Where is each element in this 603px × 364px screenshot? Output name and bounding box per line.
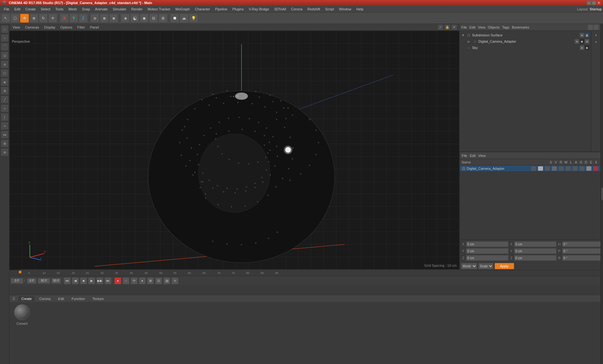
menu-file[interactable]: File <box>1 7 12 12</box>
sidebar-particle-btn[interactable]: ⊛ <box>1 148 9 156</box>
sidebar-cloth-btn[interactable]: ⋈ <box>1 131 9 139</box>
x-axis-btn[interactable]: X <box>60 14 69 23</box>
attr-menu-file[interactable]: File <box>462 154 467 158</box>
vp-expand-btn[interactable]: ⤢ <box>437 24 443 30</box>
obj-row-camera-adapter[interactable]: ▶ □ Digital_Camera_Adapter ● ▣ ⊡ <box>459 38 591 45</box>
menu-3dto[interactable]: 3DToAll <box>272 7 289 12</box>
poly-mode-btn[interactable]: ⊞ <box>159 14 167 23</box>
viewport[interactable]: View Cameras Display Options Filter Pane… <box>9 24 459 270</box>
play-back2-btn[interactable]: ▶▶ <box>96 277 103 284</box>
title-bar-controls[interactable]: ─ □ ✕ <box>587 1 601 5</box>
menu-edit[interactable]: Edit <box>12 7 23 12</box>
menu-window[interactable]: Window <box>336 7 354 12</box>
menu-simulate[interactable]: Simulate <box>110 7 129 12</box>
sidebar-nurbs-btn[interactable]: ○ <box>1 34 9 42</box>
attr-s-col[interactable] <box>531 166 536 171</box>
obj-sidebar-btn-1[interactable]: ▲ <box>593 31 600 38</box>
rotate-btn[interactable]: ↻ <box>39 14 48 23</box>
menu-plugins[interactable]: Plugins <box>230 7 246 12</box>
attr-menu-view[interactable]: View <box>478 154 486 158</box>
select-btn[interactable]: ⬡ <box>11 14 19 23</box>
coord-y-pos-input[interactable] <box>466 248 508 254</box>
bottom-tabs-icon[interactable]: ☰ <box>11 296 17 302</box>
maximize-button[interactable]: □ <box>592 1 596 5</box>
object-mode-btn[interactable]: ◈ <box>121 14 130 23</box>
obj-menu-tags[interactable]: Tags <box>502 25 509 29</box>
mode-btn-2[interactable]: ♦ <box>139 277 146 284</box>
attr-menu-edit[interactable]: Edit <box>470 154 476 158</box>
fps-input[interactable] <box>52 278 61 284</box>
menu-help[interactable]: Help <box>354 7 366 12</box>
obj-prop-icon-2[interactable]: ⊡ <box>585 39 589 44</box>
vp-lock-btn[interactable]: 🔒 <box>444 24 450 30</box>
menu-script[interactable]: Script <box>323 7 336 12</box>
expand-icon[interactable]: ▼ <box>461 33 465 37</box>
menu-redshift[interactable]: Redshift <box>305 7 323 12</box>
attr-r-col[interactable] <box>545 166 550 171</box>
coord-x-pos-input[interactable] <box>466 241 508 247</box>
tab-edit[interactable]: Edit <box>55 296 67 301</box>
obj-row-subdivision[interactable]: ▼ ⬡ Subdivision Surface ● 🔒 <box>459 32 591 38</box>
timeline-marker[interactable] <box>19 271 21 273</box>
obj-lock-icon[interactable]: 🔒 <box>585 33 589 37</box>
snap-btn[interactable]: 🔲 <box>170 14 179 23</box>
obj-vis-icon-3[interactable]: ● <box>580 46 584 50</box>
attr-e-col[interactable] <box>586 166 591 171</box>
coord-p-input[interactable] <box>562 248 603 254</box>
mode-btn-5[interactable]: ▤ <box>163 277 170 284</box>
sidebar-light-btn[interactable]: ◈ <box>1 78 9 86</box>
attr-m-col[interactable] <box>552 166 557 171</box>
z-axis-btn[interactable]: Z <box>79 14 88 23</box>
vp-menu-panel[interactable]: Panel <box>89 25 100 30</box>
vp-close-btn[interactable]: ✕ <box>451 24 457 30</box>
texture-mode-btn[interactable]: ⬕ <box>130 14 139 23</box>
obj-mat-icon-3[interactable]: ▣ <box>585 46 589 50</box>
sidebar-paint-btn[interactable]: ⌽ <box>1 104 9 112</box>
edge-mode-btn[interactable]: ⊟ <box>149 14 158 23</box>
sidebar-grid-btn[interactable]: ⊞ <box>1 139 9 147</box>
attr-a-col[interactable] <box>566 166 571 171</box>
menu-tools[interactable]: Tools <box>53 7 66 12</box>
sidebar-bone-btn[interactable]: ╱ <box>1 95 9 104</box>
tab-create[interactable]: Create <box>18 296 35 301</box>
menu-pipeline[interactable]: Pipeline <box>213 7 230 12</box>
obj-vis-icon[interactable]: ● <box>580 33 584 37</box>
y-axis-btn[interactable]: Y <box>69 14 78 23</box>
move-tool-btn[interactable]: ↖ <box>1 14 10 23</box>
obj-sidebar-btn-2[interactable]: ▼ <box>593 39 600 46</box>
obj-row-sky[interactable]: ○ Sky ● ▣ <box>459 45 591 51</box>
obj-menu-file[interactable]: File <box>461 25 467 29</box>
menu-render[interactable]: Render <box>129 7 145 12</box>
stop-record-btn[interactable]: ○ <box>122 277 129 284</box>
world-select[interactable]: World Object <box>461 263 477 269</box>
go-start-btn[interactable]: ⏮ <box>64 277 71 284</box>
attr-d-col[interactable] <box>579 166 584 171</box>
light-btn[interactable]: 💡 <box>189 14 198 23</box>
obj-menu-bookmarks[interactable]: Bookmarks <box>512 25 529 29</box>
right-edge-scroll[interactable] <box>600 24 603 364</box>
vp-menu-display[interactable]: Display <box>43 25 57 30</box>
coord-z-rot-input[interactable] <box>514 255 557 261</box>
close-button[interactable]: ✕ <box>597 1 601 5</box>
attr-l-col[interactable] <box>559 166 564 171</box>
menu-corona[interactable]: Corona <box>289 7 305 12</box>
attr-g-col[interactable] <box>573 166 578 171</box>
obj-mat-icon[interactable]: ▣ <box>580 39 584 44</box>
frame-start-input[interactable] <box>11 278 23 284</box>
attr-row-camera[interactable]: □ Digital_Camera_Adapter <box>460 165 600 172</box>
sidebar-null-btn[interactable]: ⊕ <box>1 87 9 95</box>
menu-mograph[interactable]: MoGraph <box>173 7 193 12</box>
sidebar-deformer-btn[interactable]: ⊜ <box>1 60 9 68</box>
obj-menu-objects[interactable]: Objects <box>488 25 499 29</box>
vp-menu-view[interactable]: View <box>11 25 21 30</box>
coord-b-input[interactable] <box>562 255 603 261</box>
obj-menu-edit[interactable]: Edit <box>470 25 475 29</box>
material-preview[interactable] <box>14 304 30 320</box>
viewport-canvas[interactable]: Perspective <box>9 31 459 270</box>
menu-select[interactable]: Select <box>38 7 53 12</box>
mode-btn-3[interactable]: ⊞ <box>147 277 154 284</box>
coord-z-pos-input[interactable] <box>466 255 508 261</box>
sidebar-camera-btn[interactable]: ⬡ <box>1 69 9 77</box>
minimize-button[interactable]: ─ <box>587 1 591 5</box>
mode-btn-6[interactable]: ≡ <box>171 277 178 284</box>
